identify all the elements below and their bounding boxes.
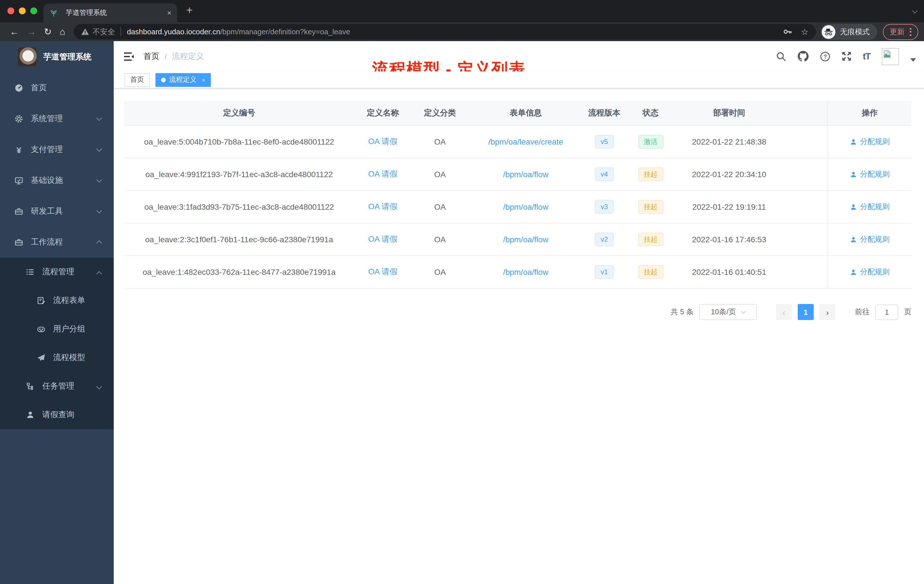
sidebar-item-process-model[interactable]: 流程模型 bbox=[0, 343, 114, 372]
definition-name-link[interactable]: OA 请假 bbox=[368, 267, 398, 277]
divider bbox=[120, 27, 121, 36]
back-button[interactable]: ← bbox=[10, 26, 19, 37]
table-row: oa_leave:1:482ec033-762a-11ec-8477-a2380… bbox=[124, 256, 911, 289]
definition-category: OA bbox=[411, 223, 469, 256]
sidebar-item-user-group[interactable]: 用户分组 bbox=[0, 315, 114, 343]
window-controls bbox=[7, 7, 37, 14]
toolbox-icon bbox=[14, 207, 23, 216]
chevron-down-icon bbox=[96, 115, 102, 121]
svg-text:?: ? bbox=[823, 53, 827, 59]
col-process-version: 流程版本 bbox=[583, 101, 626, 125]
assign-rule-button[interactable]: 分配规则 bbox=[850, 234, 890, 244]
definition-id: oa_leave:4:991f2193-7b7f-11ec-a3c8-acde4… bbox=[124, 158, 354, 190]
help-icon[interactable]: ? bbox=[820, 51, 830, 61]
security-chip[interactable]: 不安全 bbox=[92, 26, 115, 37]
tab-close-icon[interactable]: × bbox=[167, 8, 172, 17]
version-badge: v3 bbox=[595, 200, 614, 214]
chevron-up-icon bbox=[96, 271, 102, 277]
version-badge: v4 bbox=[595, 167, 614, 181]
prev-page-button[interactable]: ‹ bbox=[776, 304, 792, 320]
chevron-down-icon bbox=[96, 384, 102, 389]
github-icon[interactable] bbox=[798, 51, 808, 62]
breadcrumb-separator: / bbox=[165, 52, 167, 61]
table-row: oa_leave:2:3c1f0ef1-76b1-11ec-9c66-a2380… bbox=[124, 223, 911, 256]
status-badge: 挂起 bbox=[638, 265, 663, 279]
forward-button[interactable]: → bbox=[27, 26, 36, 37]
definition-name-link[interactable]: OA 请假 bbox=[368, 169, 398, 180]
logo-title: 芋道管理系统 bbox=[43, 52, 91, 62]
form-link[interactable]: /bpm/oa/flow bbox=[503, 235, 549, 244]
browser-menu-icon[interactable] bbox=[910, 28, 911, 36]
col-form-info: 表单信息 bbox=[469, 101, 583, 125]
sidebar-logo[interactable]: 芋道管理系统 bbox=[0, 41, 114, 73]
tab-title: 芋道管理系统 bbox=[66, 8, 163, 18]
definition-name-link[interactable]: OA 请假 bbox=[368, 234, 398, 244]
avatar[interactable] bbox=[882, 48, 899, 65]
avatar-dropdown-caret-icon[interactable] bbox=[910, 58, 916, 61]
tag-home[interactable]: 首页 bbox=[125, 73, 150, 87]
zoom-window-button[interactable] bbox=[30, 7, 37, 14]
assign-rule-button[interactable]: 分配规则 bbox=[850, 137, 890, 147]
reload-button[interactable]: ↻ bbox=[44, 26, 52, 37]
sidebar-item-workflow[interactable]: 工作流程 bbox=[0, 227, 114, 258]
form-link[interactable]: /bpm/oa/flow bbox=[503, 202, 549, 211]
close-window-button[interactable] bbox=[7, 7, 14, 14]
address-bar[interactable]: 不安全 dashboard.yudao.iocoder.cn/bpm/manag… bbox=[74, 24, 816, 40]
font-size-icon[interactable]: tT bbox=[863, 51, 870, 61]
minimize-window-button[interactable] bbox=[19, 7, 26, 14]
fullscreen-icon[interactable] bbox=[842, 51, 851, 61]
definition-id: oa_leave:5:004b710b-7b8a-11ec-8ef0-acde4… bbox=[124, 126, 354, 158]
sidebar-item-payment[interactable]: ¥ 支付管理 bbox=[0, 134, 114, 165]
update-label: 更新 bbox=[890, 26, 904, 37]
user-icon bbox=[850, 236, 857, 243]
col-status: 状态 bbox=[626, 101, 675, 125]
sidebar-item-leave-query[interactable]: 请假查询 bbox=[0, 401, 114, 429]
definition-table: 定义编号 定义名称 定义分类 表单信息 流程版本 状态 部署时间 操作 oa_l… bbox=[124, 101, 911, 289]
goto-page-input[interactable] bbox=[875, 304, 898, 320]
tag-process-definition[interactable]: 流程定义 × bbox=[155, 73, 211, 87]
yuan-icon: ¥ bbox=[14, 145, 23, 154]
form-link[interactable]: /bpm/oa/flow bbox=[503, 267, 549, 277]
definition-name-link[interactable]: OA 请假 bbox=[368, 202, 398, 212]
breadcrumb-home[interactable]: 首页 bbox=[144, 51, 159, 61]
status-badge: 挂起 bbox=[638, 167, 663, 181]
new-tab-button[interactable]: + bbox=[186, 4, 193, 16]
sidebar: 芋道管理系统 首页 系统管理 ¥ 支付管理 基础设施 bbox=[0, 41, 114, 584]
definition-id: oa_leave:3:1fad3d93-7b75-11ec-a3c8-acde4… bbox=[124, 191, 354, 223]
search-icon[interactable] bbox=[776, 51, 786, 61]
chevron-down-icon bbox=[96, 208, 102, 213]
deploy-time: 2022-01-22 21:48:38 bbox=[675, 126, 783, 158]
bookmark-star-icon[interactable]: ☆ bbox=[801, 26, 808, 37]
browser-tab[interactable]: 芋道管理系统 × bbox=[43, 3, 177, 22]
assign-rule-button[interactable]: 分配规则 bbox=[850, 267, 890, 277]
password-key-icon[interactable] bbox=[782, 27, 792, 36]
sidebar-item-process-form[interactable]: 流程表单 bbox=[0, 286, 114, 315]
browser-toolbar: ← → ↻ ⌂ 不安全 dashboard.yudao.iocoder.cn/b… bbox=[0, 22, 924, 41]
sidebar-item-task-management[interactable]: 任务管理 bbox=[0, 372, 114, 401]
col-definition-name: 定义名称 bbox=[354, 101, 411, 125]
assign-rule-button[interactable]: 分配规则 bbox=[850, 169, 890, 180]
form-link[interactable]: /bpm/oa/leave/create bbox=[488, 137, 563, 146]
sidebar-item-infrastructure[interactable]: 基础设施 bbox=[0, 165, 114, 196]
paper-plane-icon bbox=[36, 353, 46, 362]
page-size-select[interactable]: 10条/页 bbox=[700, 304, 757, 320]
browser-update-button[interactable]: 更新 bbox=[883, 24, 918, 40]
home-button[interactable]: ⌂ bbox=[60, 26, 65, 37]
tag-close-icon[interactable]: × bbox=[202, 76, 205, 83]
deploy-time: 2022-01-22 19:19:11 bbox=[675, 191, 783, 223]
deploy-time: 2022-01-16 01:40:51 bbox=[675, 256, 783, 288]
next-page-button[interactable]: › bbox=[819, 304, 835, 320]
sidebar-item-system[interactable]: 系统管理 bbox=[0, 104, 114, 134]
sidebar-item-process-management[interactable]: 流程管理 bbox=[0, 258, 114, 286]
favicon-leaf-icon bbox=[49, 8, 58, 17]
tab-search-chevron-icon[interactable] bbox=[912, 8, 917, 13]
workflow-submenu: 流程管理 流程表单 用户分组 流程模型 bbox=[0, 258, 114, 429]
collapse-sidebar-icon[interactable] bbox=[124, 52, 134, 61]
form-link[interactable]: /bpm/oa/flow bbox=[503, 170, 549, 179]
sidebar-item-dev-tools[interactable]: 研发工具 bbox=[0, 196, 114, 227]
definition-name-link[interactable]: OA 请假 bbox=[368, 137, 398, 147]
dashboard-icon bbox=[14, 83, 23, 92]
page-number-current[interactable]: 1 bbox=[798, 304, 814, 320]
assign-rule-button[interactable]: 分配规则 bbox=[850, 202, 890, 212]
sidebar-item-home[interactable]: 首页 bbox=[0, 73, 114, 104]
